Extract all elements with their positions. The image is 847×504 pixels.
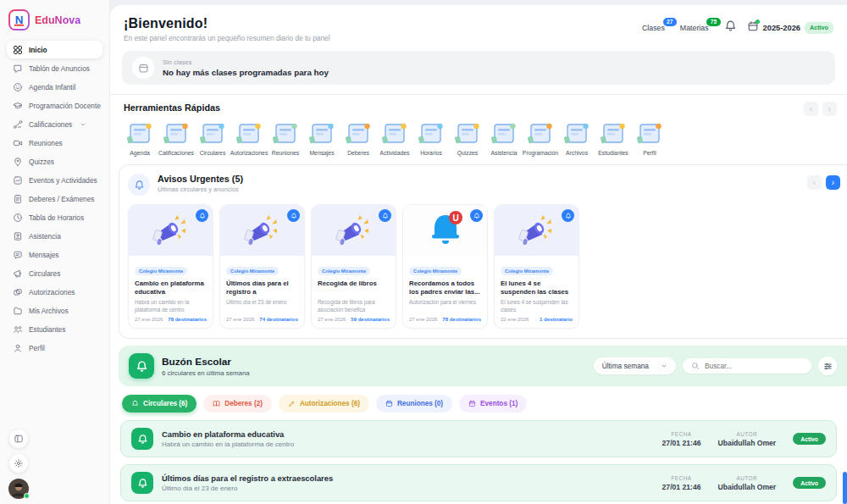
filter-autorizaciones[interactable]: Autorizaciones (6) [279, 395, 369, 413]
filter-circulares[interactable]: Circulares (6) [122, 395, 197, 413]
subjects-stat[interactable]: Materias 75 [680, 24, 714, 32]
tool-illustration [342, 120, 374, 147]
row-date: 27/01 21:46 [662, 439, 701, 447]
quick-tool-programación[interactable]: Programación [524, 120, 556, 156]
quick-tool-quizzes[interactable]: Quizzes [451, 120, 484, 156]
sidebar-item-circulares[interactable]: Circulares [7, 264, 102, 282]
user-avatar[interactable] [8, 479, 29, 499]
inbox-bell-icon [129, 353, 154, 379]
sidebar-item-asistencia[interactable]: Asistencia [7, 227, 102, 245]
filter-label: Deberes (2) [224, 400, 263, 407]
notices-pagination: ‹ › [807, 175, 840, 190]
notices-next-button[interactable]: › [826, 175, 840, 190]
notice-card[interactable]: Colegio Miramonte Cambio en plataforma e… [128, 204, 213, 329]
tool-label: Archivos [566, 150, 588, 156]
app-logo[interactable]: N EduNova [8, 9, 101, 30]
notice-card[interactable]: Colegio Miramonte El lunes 4 se suspende… [494, 204, 579, 329]
autor-label: AUTOR [717, 475, 776, 481]
search-input[interactable] [705, 362, 798, 370]
sidebar-bottom [8, 429, 29, 499]
filter-eventos[interactable]: Eventos (1) [459, 395, 527, 413]
classes-stat[interactable]: Clases 27 [642, 24, 670, 32]
quick-tool-calificaciones[interactable]: Calificaciones [160, 120, 192, 156]
notice-description: Autorización para el viernes [409, 299, 481, 313]
notice-date: 27 ene 2026 [226, 317, 254, 322]
recipients-link[interactable]: 74 destinatarios [259, 317, 298, 322]
tool-illustration [524, 120, 556, 147]
tools-next-button[interactable]: › [822, 102, 837, 116]
quick-tool-horarios[interactable]: Horarios [415, 120, 447, 156]
no-classes-calendar-icon [132, 57, 154, 79]
notice-card[interactable]: U Colegio Miramonte Recordamos a todos l… [402, 204, 488, 329]
quick-tool-archivos[interactable]: Archivos [561, 120, 593, 156]
urgent-notices-panel: Avisos Urgentes (5) Últimas circulares y… [119, 164, 847, 339]
notices-prev-button[interactable]: ‹ [807, 175, 822, 190]
megaphone-illustration [147, 212, 196, 249]
quick-tools-section: Herramientas Rápidas ‹ › Agenda Califica… [110, 95, 847, 163]
sidebar-item-inicio[interactable]: Inicio [7, 41, 102, 58]
sidebar-item-tablon-de-anuncios[interactable]: Tablón de Anuncios [7, 59, 102, 77]
sidebar-item-estudiantes[interactable]: Estudiantes [7, 320, 102, 338]
quick-tool-mensajes[interactable]: Mensajes [306, 120, 338, 156]
sidebar-item-agenda-infantil[interactable]: Agenda Infantil [7, 78, 102, 96]
notice-card[interactable]: Colegio Miramonte Últimos días para el r… [219, 204, 305, 329]
sidebar-item-label: Tabla de Horarios [29, 213, 84, 222]
recipients-link[interactable]: 1 destinatario [540, 317, 573, 322]
sidebar-item-reuniones[interactable]: Reuniones [7, 134, 102, 152]
chevron-down-icon [661, 363, 667, 369]
collapse-sidebar-button[interactable] [9, 429, 28, 448]
quick-tool-perfil[interactable]: Perfil [634, 120, 666, 156]
school-badge: Colegio Miramonte [501, 267, 553, 275]
sidebar-item-mis-archivos[interactable]: Mis Archivos [7, 302, 102, 319]
recipients-link[interactable]: 78 destinatarios [168, 317, 207, 322]
bell-icon [724, 19, 737, 32]
filter-reuniones[interactable]: Reuniones (0) [376, 395, 452, 413]
sidebar-item-calificaciones[interactable]: Calificaciones [7, 115, 102, 133]
notifications-button[interactable] [724, 19, 737, 36]
sidebar-item-label: Calificaciones [29, 120, 72, 129]
notice-card[interactable]: Colegio Miramonte Recogida de libros Rec… [311, 204, 396, 329]
megaphone-illustration [512, 212, 562, 249]
settings-button[interactable] [9, 454, 28, 473]
filter-label: Autorizaciones (6) [300, 400, 360, 407]
inbox-row[interactable]: Cambio en plataforma educativa Habrá un … [120, 420, 837, 457]
sidebar-item-autorizaciones[interactable]: Autorizaciones [7, 283, 102, 301]
scrollbar-thumb[interactable] [843, 472, 847, 504]
tools-prev-button[interactable]: ‹ [804, 102, 818, 116]
tool-label: Programación [523, 150, 558, 156]
sidebar-item-programacion-docente[interactable]: Programación Docente [7, 97, 102, 114]
filter-button[interactable] [818, 357, 837, 375]
sidebar-item-eventos-y-actividades[interactable]: Eventos y Actividades [7, 171, 102, 189]
sidebar-item-quizzes[interactable]: Quizzes [7, 152, 102, 170]
recipients-link[interactable]: 78 destinatarios [442, 317, 481, 322]
sidebar-item-label: Reuniones [29, 139, 63, 147]
quick-tool-autorizaciones[interactable]: Autorizaciones [233, 120, 265, 156]
quick-tool-actividades[interactable]: Actividades [379, 120, 411, 156]
smiley-icon [13, 82, 23, 92]
sidebar-item-mensajes[interactable]: Mensajes [7, 246, 102, 263]
recipients-link[interactable]: 59 destinatarios [351, 317, 390, 322]
inbox-row[interactable]: Últimos días para el registro a extraesc… [120, 464, 837, 501]
quick-tool-reuniones[interactable]: Reuniones [269, 120, 302, 156]
quick-tool-asistencia[interactable]: Asistencia [488, 120, 520, 156]
notice-title: Últimos días para el registro a extraesc… [226, 280, 298, 296]
urgent-bell-icon [128, 174, 150, 196]
period-select[interactable]: Última semana [594, 357, 676, 374]
school-year-selector[interactable]: 2025-2026 Activo [747, 20, 833, 36]
sidebar-item-label: Asistencia [29, 232, 61, 241]
quick-tool-estudiantes[interactable]: Estudiantes [597, 120, 629, 156]
sidebar-item-tabla-de-horarios[interactable]: Tabla de Horarios [7, 208, 102, 226]
inbox-search[interactable] [683, 358, 811, 374]
sidebar-item-deberes-examenes[interactable]: Deberes / Exámenes [7, 190, 102, 208]
tool-illustration [269, 120, 302, 147]
search-icon [691, 362, 700, 370]
tool-illustration [124, 120, 156, 147]
sidebar-item-perfil[interactable]: Perfil [7, 339, 102, 357]
quick-tool-deberes[interactable]: Deberes [342, 120, 374, 156]
sidebar-item-label: Eventos y Actividades [29, 176, 97, 185]
quick-tool-circulares[interactable]: Circulares [197, 120, 229, 156]
row-subtitle: Último día el 23 de enero [162, 485, 333, 492]
megaphone-illustration [238, 212, 287, 249]
filter-deberes[interactable]: Deberes (2) [203, 395, 272, 413]
quick-tool-agenda[interactable]: Agenda [124, 120, 156, 156]
